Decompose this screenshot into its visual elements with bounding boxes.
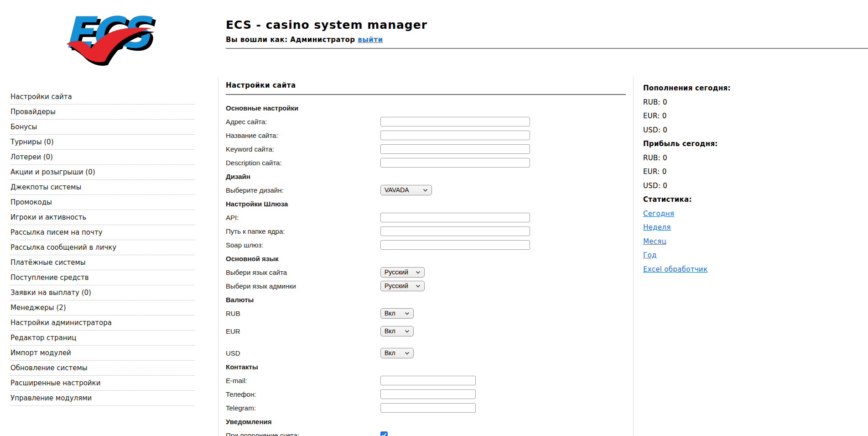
page-title: ECS - casino system manager [226, 18, 427, 32]
stats-week-link[interactable]: Неделя [643, 223, 671, 231]
core-path-label: Путь к папке ядра: [226, 227, 380, 235]
site-settings-panel: Настройки сайта Основные настройки Адрес… [218, 77, 627, 436]
profit-today-rub: RUB: 0 [643, 151, 770, 165]
section-main-language: Основной язык [226, 255, 380, 263]
telegram-input[interactable] [380, 403, 476, 413]
sidebar-item-module-import[interactable]: Импорт модулей [10, 346, 195, 361]
sidebar-item-jackpots[interactable]: Джекпоты системы [10, 180, 195, 195]
rub-label: RUB [226, 310, 380, 317]
panel-divider [226, 94, 626, 95]
admin-language-select[interactable]: Русский [380, 281, 425, 291]
admin-language-label: Выбери язык админки [226, 282, 380, 290]
sidebar-item-players[interactable]: Игроки и активность [10, 210, 195, 225]
api-label: API: [226, 214, 380, 221]
site-description-label: Description сайта: [226, 159, 380, 167]
profit-today-eur: EUR: 0 [643, 165, 770, 179]
stats-excel-link[interactable]: Excel обработчик [643, 265, 707, 273]
sidebar-item-lotteries[interactable]: Лотереи (0) [10, 150, 195, 165]
site-name-label: Название сайта: [226, 131, 380, 139]
sidebar-item-site-settings[interactable]: Настройки сайта [10, 89, 195, 105]
site-name-input[interactable] [380, 131, 530, 140]
rub-toggle-value: Вкл [385, 310, 395, 317]
deposit-notification-label: При пополнение счета: [226, 431, 380, 436]
login-status-text: Вы вошли как: Администратор [226, 36, 355, 44]
site-keyword-label: Keyword сайта: [226, 145, 380, 153]
stats-year-link[interactable]: Год [643, 251, 657, 259]
site-keyword-input[interactable] [380, 144, 530, 154]
chevron-down-icon [405, 352, 410, 355]
sidebar-item-email-mailing[interactable]: Рассылка писем на почту [10, 225, 195, 240]
section-general-settings: Основные настройки [226, 104, 380, 112]
panel-title: Настройки сайта [226, 81, 627, 89]
telegram-label: Telegram: [226, 404, 380, 412]
sidebar-item-promotions[interactable]: Акции и розыгрыши (0) [10, 165, 195, 180]
site-address-input[interactable] [380, 117, 530, 126]
design-select-label: Выберите дизайн: [226, 186, 380, 194]
core-path-input[interactable] [380, 226, 530, 236]
section-gateway-settings: Настройки Шлюза [226, 200, 380, 208]
soap-gateway-label: Soap шлюз: [226, 241, 380, 249]
site-language-label: Выбери язык сайта [226, 268, 380, 276]
section-design: Дизайн [226, 173, 380, 180]
deposits-today-usd: USD: 0 [643, 123, 770, 137]
chevron-down-icon [423, 189, 428, 192]
chevron-down-icon [405, 330, 410, 333]
sidebar-item-bonuses[interactable]: Бонусы [10, 120, 195, 135]
stats-today-link[interactable]: Сегодня [643, 210, 674, 218]
design-select-value: VAVADA [385, 186, 409, 194]
deposits-today-rub: RUB: 0 [643, 95, 770, 110]
email-input[interactable] [380, 376, 476, 385]
chevron-down-icon [416, 284, 421, 288]
sidebar-item-pm-mailing[interactable]: Рассылка сообщений в личку [10, 240, 195, 255]
sidebar-item-system-update[interactable]: Обновление системы [10, 361, 195, 376]
deposit-notification-checkbox[interactable] [380, 431, 388, 436]
deposits-today-eur: EUR: 0 [643, 109, 770, 123]
rub-toggle-select[interactable]: Вкл [380, 308, 414, 319]
section-contacts: Контакты [226, 363, 380, 371]
profit-today-title: Прибыль сегодня: [643, 137, 770, 151]
sidebar-item-incoming-funds[interactable]: Поступление средств [10, 270, 195, 285]
profit-today-usd: USD: 0 [643, 179, 770, 193]
section-notifications: Уведомления [226, 418, 380, 425]
admin-language-value: Русский [385, 282, 408, 289]
phone-label: Телефон: [226, 390, 380, 398]
sidebar-item-admin-settings[interactable]: Настройки администратора [10, 315, 195, 331]
email-label: E-mail: [226, 377, 380, 384]
usd-toggle-value: Вкл [385, 349, 395, 357]
chevron-down-icon [416, 271, 421, 274]
sidebar-item-payout-requests[interactable]: Заявки на выплату (0) [10, 285, 195, 300]
api-input[interactable] [380, 213, 530, 222]
site-language-value: Русский [385, 268, 408, 276]
sidebar-item-tournaments[interactable]: Турниры (0) [10, 135, 195, 150]
phone-input[interactable] [380, 389, 476, 399]
logout-link[interactable]: выйти [358, 36, 383, 44]
site-language-select[interactable]: Русский [380, 267, 425, 278]
stats-panel: Пополнения сегодня: RUB: 0 EUR: 0 USD: 0… [633, 77, 770, 436]
header-divider [226, 48, 868, 49]
sidebar-item-managers[interactable]: Менеджеры (2) [10, 300, 195, 315]
statistics-title: Статистика: [643, 193, 770, 207]
sidebar-item-payment-systems[interactable]: Платёжные системы [10, 255, 195, 270]
sidebar-nav: Настройки сайта Провайдеры Бонусы Турнир… [10, 89, 195, 406]
usd-label: USD [226, 349, 380, 357]
eur-label: EUR [226, 327, 380, 335]
sidebar-item-providers[interactable]: Провайдеры [10, 105, 195, 120]
deposits-today-title: Пополнения сегодня: [643, 81, 770, 95]
check-icon [381, 433, 387, 436]
design-select[interactable]: VAVADA [380, 185, 432, 195]
eur-toggle-select[interactable]: Вкл [380, 326, 414, 336]
ecs-logo[interactable]: ECS ECS [60, 7, 156, 68]
sidebar-item-advanced-settings[interactable]: Расширенные настройки [10, 376, 195, 391]
usd-toggle-select[interactable]: Вкл [380, 348, 414, 358]
sidebar-item-module-management[interactable]: Управление модулями [10, 391, 195, 406]
sidebar-item-page-editor[interactable]: Редактор страниц [10, 331, 195, 346]
section-currencies: Валюты [226, 296, 380, 304]
site-description-input[interactable] [380, 158, 530, 168]
chevron-down-icon [405, 312, 410, 315]
soap-gateway-input[interactable] [380, 240, 530, 250]
eur-toggle-value: Вкл [385, 327, 395, 335]
site-address-label: Адрес сайта: [226, 118, 380, 126]
stats-month-link[interactable]: Месяц [643, 237, 666, 246]
sidebar-item-promocodes[interactable]: Промокоды [10, 195, 195, 210]
